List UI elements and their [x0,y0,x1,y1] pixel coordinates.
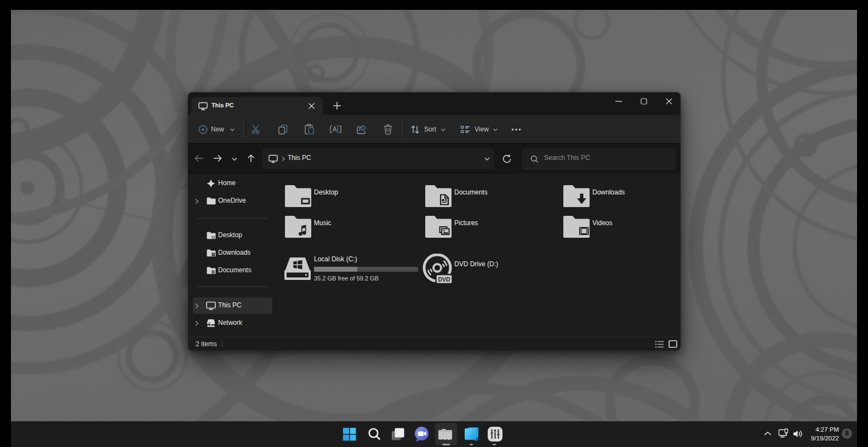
svg-text:DVD: DVD [438,276,450,283]
